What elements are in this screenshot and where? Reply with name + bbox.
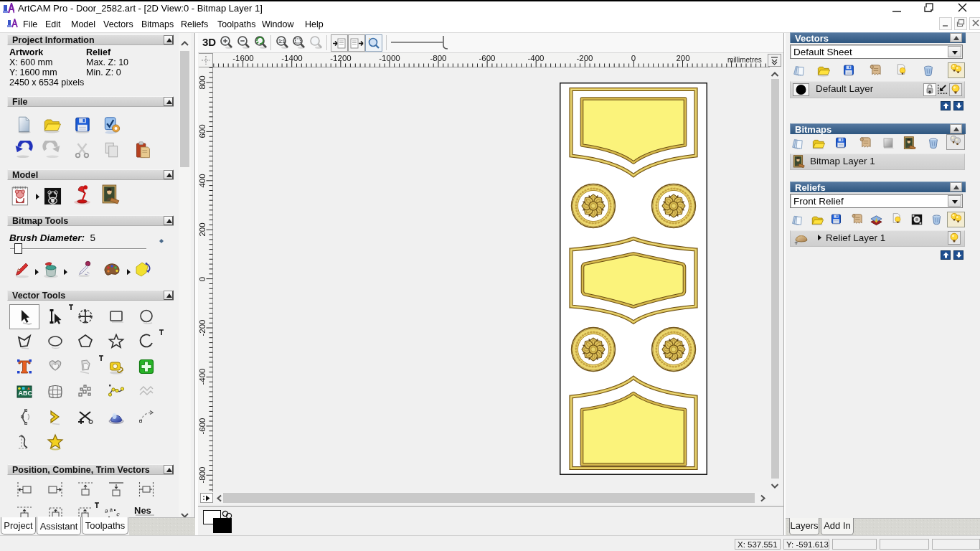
svg-text:1:1: 1:1 [278, 39, 286, 44]
svg-text:ABC: ABC [19, 390, 33, 397]
svg-text:Nes: Nes [134, 505, 151, 516]
svg-text:+: + [794, 240, 798, 247]
svg-text:a a: a a [104, 507, 113, 514]
